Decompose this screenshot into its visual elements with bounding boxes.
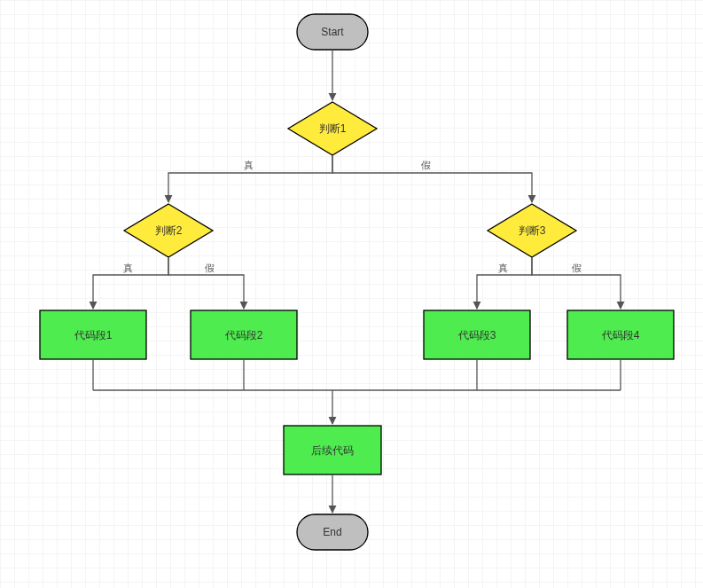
node-process-2: 代码段2 — [191, 310, 297, 359]
node-decision-1: 判断1 — [288, 102, 377, 155]
edge-d2-false-label: 假 — [205, 263, 215, 273]
flowchart: Start 判断1 真 假 判断2 真 假 判断3 真 假 代码段1 代码段2 — [0, 0, 703, 588]
node-start: Start — [297, 14, 368, 50]
node-process-2-label: 代码段2 — [224, 329, 263, 341]
edge-d3-false-label: 假 — [572, 263, 582, 273]
node-process-3: 代码段3 — [424, 310, 530, 359]
node-process-4: 代码段4 — [567, 310, 674, 359]
edge-d1-true-label: 真 — [244, 160, 254, 170]
edge-d1-false — [332, 155, 532, 202]
edge-d1-false-label: 假 — [421, 160, 431, 170]
node-decision-2: 判断2 — [124, 204, 213, 257]
node-end: End — [297, 514, 368, 550]
node-after-label: 后续代码 — [311, 444, 354, 457]
node-decision-2-label: 判断2 — [155, 224, 183, 237]
node-decision-1-label: 判断1 — [319, 122, 347, 135]
node-process-1: 代码段1 — [40, 310, 146, 359]
edge-d3-true-label: 真 — [498, 263, 508, 273]
node-process-1-label: 代码段1 — [74, 329, 113, 341]
node-start-label: Start — [321, 26, 344, 38]
edge-d2-true-label: 真 — [123, 263, 133, 273]
node-end-label: End — [323, 526, 341, 538]
node-process-4-label: 代码段4 — [601, 329, 640, 341]
node-process-3-label: 代码段3 — [457, 329, 496, 341]
node-decision-3: 判断3 — [488, 204, 576, 257]
node-after: 后续代码 — [284, 426, 381, 474]
node-decision-3-label: 判断3 — [519, 224, 546, 237]
